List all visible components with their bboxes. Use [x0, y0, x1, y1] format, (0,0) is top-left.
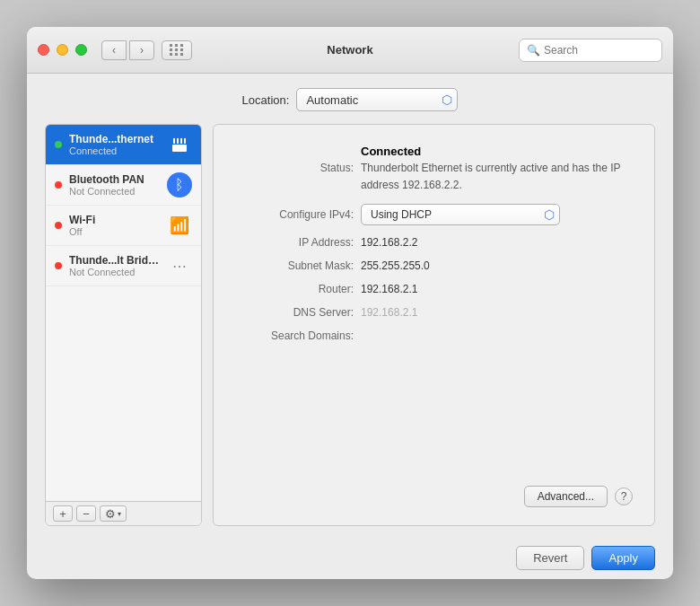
revert-button[interactable]: Revert — [516, 546, 584, 570]
location-row: Location: Automatic ⬡ — [45, 88, 655, 111]
main-area: Thunde...thernet Connected — [45, 124, 655, 526]
nav-buttons: ‹ › — [101, 40, 154, 60]
location-label: Location: — [242, 93, 290, 107]
configure-label: Configure IPv4: — [235, 208, 361, 221]
sidebar-item-name-bluetooth: Bluetooth PAN — [69, 173, 160, 186]
status-row: Status: Connected Thunderbolt Ethernet i… — [235, 143, 633, 193]
search-domains-label: Search Domains: — [235, 329, 361, 342]
sidebar-item-name-ethernet: Thunde...thernet — [69, 133, 160, 145]
status-dot-green — [55, 141, 62, 148]
bluetooth-icon: ᛒ — [167, 172, 192, 198]
network-settings-button[interactable]: ⚙ ▾ — [100, 505, 127, 522]
dns-server-row: DNS Server: 192.168.2.1 — [235, 306, 633, 319]
help-button[interactable]: ? — [615, 487, 633, 505]
status-dot-red-bridge — [55, 262, 62, 269]
sidebar-item-thunderbolt-ethernet[interactable]: Thunde...thernet Connected — [46, 125, 201, 165]
wifi-icon: 📶 — [167, 213, 192, 238]
search-box: 🔍 — [519, 39, 662, 62]
sidebar-item-info-ethernet: Thunde...thernet Connected — [69, 133, 160, 156]
sidebar-list: Thunde...thernet Connected — [46, 125, 201, 501]
sidebar-item-info-bluetooth: Bluetooth PAN Not Connected — [69, 173, 160, 197]
router-row: Router: 192.168.2.1 — [235, 283, 633, 295]
sidebar-item-info-bridge: Thunde...lt Bridge Not Connected — [69, 254, 160, 277]
window-title: Network — [327, 43, 372, 57]
subnet-mask-label: Subnet Mask: — [235, 259, 361, 272]
gear-icon: ⚙ — [105, 507, 116, 521]
router-value: 192.168.2.1 — [361, 283, 417, 295]
maximize-button[interactable] — [75, 44, 87, 56]
forward-button[interactable]: › — [129, 40, 154, 60]
configure-select[interactable]: Using DHCP Manually Using DHCP with manu… — [361, 204, 560, 225]
subnet-mask-row: Subnet Mask: 255.255.255.0 — [235, 259, 633, 272]
detail-panel: Status: Connected Thunderbolt Ethernet i… — [213, 124, 655, 526]
sidebar-item-status-ethernet: Connected — [69, 145, 160, 156]
status-value-group: Connected Thunderbolt Ethernet is curren… — [361, 143, 633, 193]
sidebar-item-status-wifi: Off — [69, 226, 160, 237]
subnet-mask-value: 255.255.255.0 — [361, 259, 430, 272]
search-icon: 🔍 — [527, 44, 540, 57]
search-domains-row: Search Domains: — [235, 329, 633, 342]
status-dot-red-bt — [55, 181, 62, 189]
sidebar-item-bluetooth-pan[interactable]: Bluetooth PAN Not Connected ᛒ — [46, 165, 201, 206]
sidebar-item-info-wifi: Wi-Fi Off — [69, 214, 160, 237]
minimize-button[interactable] — [57, 44, 68, 56]
ip-address-label: IP Address: — [235, 236, 361, 249]
advanced-button[interactable]: Advanced... — [524, 486, 608, 507]
back-button[interactable]: ‹ — [101, 40, 127, 60]
status-dot-red-wifi — [55, 222, 62, 229]
sidebar-toolbar: + − ⚙ ▾ — [46, 501, 201, 525]
bottom-bar: Revert Apply — [27, 537, 673, 579]
traffic-lights — [38, 44, 87, 56]
eth-lines — [173, 138, 186, 144]
network-window: ‹ › Network 🔍 Location: Automatic — [27, 27, 673, 579]
ethernet-icon — [167, 132, 192, 157]
content-area: Location: Automatic ⬡ Thunde...thernet — [27, 74, 673, 537]
ip-address-value: 192.168.2.2 — [361, 236, 417, 249]
remove-network-button[interactable]: − — [76, 505, 96, 522]
detail-footer: Advanced... ? — [235, 486, 633, 507]
configure-ipv4-row: Configure IPv4: Using DHCP Manually Usin… — [235, 204, 633, 225]
ip-address-row: IP Address: 192.168.2.2 — [235, 236, 633, 249]
router-label: Router: — [235, 283, 361, 295]
eth-body — [172, 145, 187, 152]
dns-server-value: 192.168.2.1 — [361, 306, 417, 319]
sidebar-item-status-bluetooth: Not Connected — [69, 186, 160, 197]
status-value: Connected — [361, 145, 421, 158]
titlebar: ‹ › Network 🔍 — [27, 27, 673, 74]
sidebar-item-thunderbolt-bridge[interactable]: Thunde...lt Bridge Not Connected ⋯ — [46, 246, 201, 286]
sidebar-item-name-wifi: Wi-Fi — [69, 214, 160, 226]
location-select[interactable]: Automatic — [296, 88, 458, 111]
status-label: Status: — [235, 162, 361, 174]
close-button[interactable] — [38, 44, 49, 56]
search-input[interactable] — [544, 44, 654, 57]
sidebar-item-name-bridge: Thunde...lt Bridge — [69, 254, 160, 267]
dns-server-label: DNS Server: — [235, 306, 361, 319]
ethernet-symbol — [172, 138, 187, 152]
add-network-button[interactable]: + — [53, 505, 73, 522]
grid-icon — [170, 44, 184, 56]
configure-select-wrapper: Using DHCP Manually Using DHCP with manu… — [361, 204, 560, 225]
sidebar-item-status-bridge: Not Connected — [69, 267, 160, 277]
status-description: Thunderbolt Ethernet is currently active… — [361, 162, 620, 191]
gear-chevron-icon: ▾ — [118, 510, 121, 518]
apply-button[interactable]: Apply — [591, 546, 655, 570]
bridge-icon: ⋯ — [167, 253, 192, 278]
grid-view-button[interactable] — [162, 40, 192, 60]
network-sidebar: Thunde...thernet Connected — [45, 124, 202, 526]
location-select-wrapper: Automatic ⬡ — [296, 88, 458, 111]
sidebar-item-wifi[interactable]: Wi-Fi Off 📶 — [46, 206, 201, 246]
